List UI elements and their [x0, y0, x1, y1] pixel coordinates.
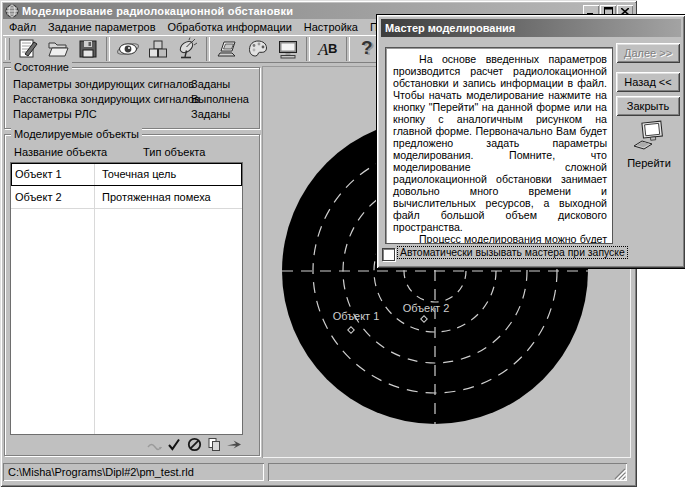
objects-group-title: Моделируемые объекты: [11, 128, 142, 140]
confirm-check-icon: [167, 438, 181, 451]
open-folder-button[interactable]: [43, 36, 73, 63]
status-row-label: Параметры зондирующих сигналов: [13, 78, 194, 90]
object-name-cell: Объект 1: [11, 168, 95, 180]
wizard-dialog: Мастер моделирования На основе введенных…: [377, 15, 685, 268]
toolbar-separator: [106, 37, 110, 61]
display-card-button[interactable]: [273, 36, 303, 63]
font-ab-icon: A B: [316, 37, 340, 61]
status-group-title: Состояние: [11, 61, 72, 73]
status-groupbox: Состояние Параметры зондирующих сигналов…: [4, 67, 260, 129]
arrow-right-icon: [226, 439, 242, 450]
file-path-text: C:\Misha\Programs\Dipl#2\pm_test.rld: [8, 466, 194, 478]
auto-wizard-checkbox-label[interactable]: Автоматически вызывать мастера при запус…: [397, 246, 628, 259]
resize-grip[interactable]: [613, 467, 626, 480]
palette-icon: [246, 37, 270, 61]
objects-table: Объект 1 Точечная цель Объект 2 Протяжен…: [10, 162, 243, 435]
svg-text:B: B: [328, 41, 337, 56]
laptop-icon: [216, 37, 240, 61]
dialog-paragraph: Процесс моделирования можно будет остано…: [393, 233, 607, 244]
next-button[interactable]: Далее >>: [616, 43, 680, 63]
eye-view-button[interactable]: [113, 36, 143, 63]
auto-wizard-checkbox[interactable]: [382, 248, 395, 261]
dialog-paragraph: На основе введенных параметров производи…: [393, 53, 607, 233]
palette-button[interactable]: [243, 36, 273, 63]
objects-cubes-button[interactable]: [143, 36, 173, 63]
toolbar-separator: [206, 37, 210, 61]
objects-cubes-icon: [146, 37, 170, 61]
cancel-button[interactable]: [186, 437, 202, 452]
table-row[interactable]: Объект 1 Точечная цель: [11, 163, 242, 186]
toolbar-separator: [346, 37, 350, 61]
computer-icon: [631, 119, 667, 153]
radar-antenna-button[interactable]: [173, 36, 203, 63]
objects-groupbox: Моделируемые объекты Название объекта Ти…: [4, 134, 260, 456]
status-row-label: Расстановка зондирующих сигналов: [13, 93, 200, 105]
go-button-label: Перейти: [616, 157, 682, 169]
open-folder-icon: [46, 37, 70, 61]
radar-object-label: Объект 1: [333, 310, 380, 322]
font-button[interactable]: A B: [313, 36, 343, 63]
object-name-cell: Объект 2: [11, 191, 95, 203]
undo-curve-button[interactable]: [146, 437, 162, 452]
svg-text:?: ?: [361, 37, 373, 58]
undo-curve-icon: [147, 439, 162, 451]
back-button[interactable]: Назад <<: [616, 72, 680, 92]
object-type-cell: Точечная цель: [95, 168, 242, 180]
cancel-slash-icon: [187, 437, 202, 452]
table-row[interactable]: Объект 2 Протяженная помеха: [11, 186, 242, 209]
globe-icon: [5, 4, 19, 18]
close-dialog-button[interactable]: Закрыть: [616, 96, 680, 116]
save-button[interactable]: [73, 36, 103, 63]
statusbar-file-path: C:\Misha\Programs\Dipl#2\pm_test.rld: [3, 463, 264, 481]
menu-processing[interactable]: Обработка информации: [161, 21, 297, 33]
confirm-check-button[interactable]: [166, 437, 182, 452]
copy-page-button[interactable]: [206, 437, 222, 452]
statusbar-panel: [268, 463, 627, 481]
radar-antenna-icon: [176, 37, 200, 61]
object-actions-toolbar: [146, 437, 242, 452]
column-header-name: Название объекта: [14, 146, 107, 158]
status-row-value: Заданы: [191, 78, 230, 90]
object-type-cell: Протяженная помеха: [95, 191, 242, 203]
new-document-icon: [16, 37, 40, 61]
menu-parameters[interactable]: Задание параметров: [42, 21, 161, 33]
window-title: Моделирование радиолокационной обстановк…: [22, 5, 293, 17]
display-card-icon: [276, 37, 300, 61]
close-icon: [621, 8, 629, 15]
copy-page-icon: [207, 437, 222, 452]
toolbar-grip[interactable]: [5, 38, 10, 60]
dialog-titlebar[interactable]: Мастер моделирования: [381, 19, 681, 37]
menu-settings[interactable]: Настройка: [298, 21, 364, 33]
eye-view-icon: [116, 37, 140, 61]
new-document-button[interactable]: [13, 36, 43, 63]
status-row-label: Параметры РЛС: [13, 108, 97, 120]
dialog-text-area: На основе введенных параметров производи…: [385, 47, 613, 244]
go-button[interactable]: Перейти: [616, 119, 682, 189]
status-row-value: Заданы: [191, 108, 230, 120]
laptop-button[interactable]: [213, 36, 243, 63]
status-row-value: Выполнена: [191, 93, 249, 105]
menu-file[interactable]: Файл: [3, 21, 42, 33]
maximize-icon: [604, 7, 613, 15]
dialog-title: Мастер моделирования: [385, 22, 515, 34]
toolbar-separator: [306, 37, 310, 61]
radar-object-label: Объект 2: [403, 302, 450, 314]
screen: Моделирование радиолокационной обстановк…: [0, 0, 685, 487]
minimize-icon: [587, 8, 595, 15]
column-header-type: Тип объекта: [143, 146, 205, 158]
arrow-right-button[interactable]: [226, 437, 242, 452]
save-icon: [76, 37, 100, 61]
